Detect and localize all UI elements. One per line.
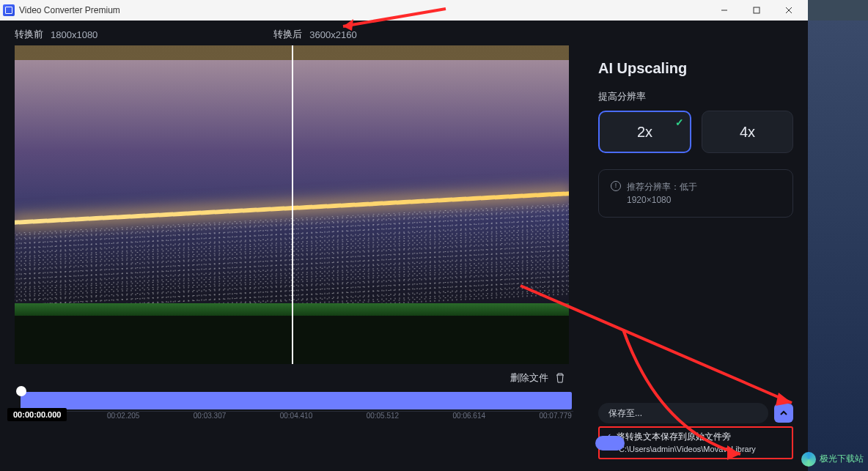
timeline[interactable]: 00:01.102 00:02.205 00:03.307 00:04.410 … [7, 387, 576, 421]
current-time: 00:00:00.000 [7, 408, 67, 421]
delete-file-label: 删除文件 [510, 371, 548, 385]
preview-pane: 转换前 1800x1080 转换后 3600x2160 删除文件 [0, 21, 584, 471]
convert-button[interactable] [595, 436, 625, 450]
tick: 00:04.410 [280, 412, 313, 420]
minimize-button[interactable] [708, 0, 740, 21]
check-icon: ✓ [675, 116, 684, 128]
save-to-expand-button[interactable] [774, 404, 793, 423]
after-label: 转换后 [273, 28, 302, 41]
ruler: 00:01.102 00:02.205 00:03.307 00:04.410 … [10, 411, 573, 421]
save-option-label: 将转换文本保存到原始文件旁 [617, 431, 731, 443]
title-bar: Video Converter Premium [0, 0, 808, 21]
desktop-background [808, 21, 868, 471]
chevron-up-icon [780, 409, 787, 417]
app-window: Video Converter Premium 转换前 1800x1080 转换… [0, 0, 808, 471]
watermark: 极光下载站 [801, 452, 864, 467]
tick: 00:05.512 [367, 412, 400, 420]
info-icon: ! [611, 181, 621, 191]
before-value: 1800x1080 [51, 29, 98, 40]
before-label: 转换前 [15, 28, 43, 41]
resolution-sub-label: 提高分辨率 [598, 90, 793, 103]
ai-upscaling-title: AI Upscaling [598, 60, 793, 77]
resolution-row: 转换前 1800x1080 转换后 3600x2160 [7, 21, 576, 45]
clip-bar[interactable] [21, 392, 572, 409]
settings-pane: AI Upscaling 提高分辨率 2x ✓ 4x ! 推荐分辨率：低于 19… [584, 21, 808, 471]
app-title: Video Converter Premium [19, 5, 120, 15]
save-path: C:\Users\admin\Videos\Movavi Library [604, 445, 787, 453]
close-button[interactable] [773, 0, 805, 21]
trash-icon[interactable] [554, 372, 566, 384]
tick: 00:03.307 [194, 412, 227, 420]
playhead[interactable] [16, 386, 26, 396]
svg-rect-1 [754, 7, 760, 13]
save-to-label: 保存至... [608, 407, 642, 420]
watermark-text: 极光下载站 [820, 453, 864, 464]
watermark-logo-icon [801, 452, 816, 467]
comparison-slider[interactable] [292, 45, 293, 364]
video-preview[interactable] [15, 45, 569, 364]
scale-2x-label: 2x [637, 124, 652, 141]
app-icon [3, 4, 15, 16]
after-value: 3600x2160 [309, 29, 356, 40]
tick: 00:07.779 [539, 412, 572, 420]
tick: 00:06.614 [453, 412, 486, 420]
save-to-button[interactable]: 保存至... [598, 403, 768, 423]
scale-4x-label: 4x [740, 124, 755, 141]
recommendation-box: ! 推荐分辨率：低于 1920×1080 [598, 169, 793, 218]
save-dropdown[interactable]: ✓ 将转换文本保存到原始文件旁 C:\Users\admin\Videos\Mo… [598, 426, 793, 459]
scale-2x-button[interactable]: 2x ✓ [598, 111, 691, 153]
info-line1: 推荐分辨率：低于 [627, 180, 697, 193]
maximize-button[interactable] [740, 0, 773, 21]
info-line2: 1920×1080 [627, 193, 697, 207]
tick: 00:02.205 [107, 412, 140, 420]
scale-4x-button[interactable]: 4x [702, 111, 793, 153]
